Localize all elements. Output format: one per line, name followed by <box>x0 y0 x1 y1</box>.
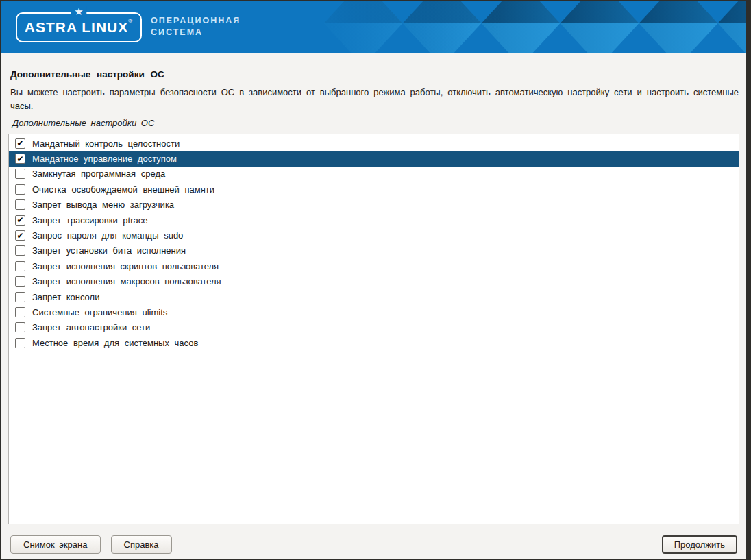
checkbox-unchecked-icon[interactable] <box>15 199 25 210</box>
list-item[interactable]: ✔Мандатный контроль целостности <box>9 136 739 151</box>
checkbox-checked-icon[interactable]: ✔ <box>15 215 25 226</box>
list-item[interactable]: Запрет консоли <box>9 289 739 304</box>
list-item-label: Замкнутая программная среда <box>32 169 165 179</box>
list-item-label: Запрет автонастройки сети <box>32 322 150 332</box>
list-item-label: Очистка освобождаемой внешней памяти <box>32 184 214 195</box>
list-item[interactable]: Запрет исполнения макросов пользователя <box>9 274 739 289</box>
list-item[interactable]: Запрет исполнения скриптов пользователя <box>9 258 739 273</box>
checkbox-unchecked-icon[interactable] <box>15 169 25 179</box>
list-item-label: Мандатный контроль целостности <box>32 138 180 149</box>
list-item[interactable]: Запрет автонастройки сети <box>9 320 739 335</box>
list-item-label: Запрет консоли <box>32 292 99 302</box>
header-banner: ★ ASTRA LINUX® ОПЕРАЦИОННАЯ СИСТЕМА <box>1 1 746 53</box>
checkbox-unchecked-icon[interactable] <box>15 322 25 332</box>
list-item-label: Запрос пароля для команды sudo <box>32 230 183 241</box>
checkbox-unchecked-icon[interactable] <box>15 184 25 195</box>
list-item-label: Мандатное управление доступом <box>32 154 177 164</box>
list-item[interactable]: ✔Запрет трассировки ptrace <box>9 212 739 228</box>
list-item[interactable]: ✔Мандатное управление доступом <box>9 151 739 166</box>
page-description: Вы можете настроить параметры безопаснос… <box>10 86 739 113</box>
checkbox-unchecked-icon[interactable] <box>15 245 25 256</box>
checkbox-checked-icon[interactable]: ✔ <box>15 138 25 149</box>
list-item-label: Местное время для системных часов <box>32 338 198 348</box>
checkbox-checked-icon[interactable]: ✔ <box>15 154 25 164</box>
brand-subtitle: ОПЕРАЦИОННАЯ СИСТЕМА <box>151 15 241 38</box>
checkbox-checked-icon[interactable]: ✔ <box>15 230 25 241</box>
help-button[interactable]: Справка <box>111 535 172 554</box>
checkbox-unchecked-icon[interactable] <box>15 307 25 317</box>
checkbox-unchecked-icon[interactable] <box>15 292 25 302</box>
page-title: Дополнительные настройки ОС <box>10 69 737 80</box>
checkbox-unchecked-icon[interactable] <box>15 261 25 271</box>
astra-linux-logo: ★ ASTRA LINUX® <box>16 12 142 42</box>
star-icon: ★ <box>71 6 86 17</box>
list-item[interactable]: Запрет вывода меню загрузчика <box>9 197 739 212</box>
list-item-label: Запрет вывода меню загрузчика <box>32 199 174 210</box>
list-item[interactable]: Запрет установки бита исполнения <box>9 243 739 258</box>
list-item-label: Запрет исполнения скриптов пользователя <box>32 261 219 271</box>
checkbox-unchecked-icon[interactable] <box>15 338 25 348</box>
list-item-label: Запрет исполнения макросов пользователя <box>32 276 221 287</box>
settings-list[interactable]: ✔Мандатный контроль целостности✔Мандатно… <box>8 134 739 524</box>
footer-bar: Снимок экрана Справка Продолжить <box>1 535 746 554</box>
logo-text: ASTRA LINUX® <box>25 19 133 36</box>
list-item-label: Системные ограничения ulimits <box>32 307 167 317</box>
list-item[interactable]: Замкнутая программная среда <box>9 167 739 182</box>
header-geometric-pattern <box>301 1 746 53</box>
list-item[interactable]: Местное время для системных часов <box>9 335 739 350</box>
list-item[interactable]: ✔Запрос пароля для команды sudo <box>9 228 739 243</box>
installer-window: ★ ASTRA LINUX® ОПЕРАЦИОННАЯ СИСТЕМА Допо… <box>1 1 746 559</box>
settings-group-label: Дополнительные настройки ОС <box>12 118 746 128</box>
continue-button[interactable]: Продолжить <box>662 535 737 554</box>
list-item[interactable]: Очистка освобождаемой внешней памяти <box>9 182 739 197</box>
list-item[interactable]: Системные ограничения ulimits <box>9 304 739 319</box>
screenshot-button[interactable]: Снимок экрана <box>10 535 101 554</box>
list-item-label: Запрет установки бита исполнения <box>32 245 186 256</box>
checkbox-unchecked-icon[interactable] <box>15 276 25 287</box>
list-item-label: Запрет трассировки ptrace <box>32 215 147 226</box>
registered-mark: ® <box>128 18 133 24</box>
window-frame: ★ ASTRA LINUX® ОПЕРАЦИОННАЯ СИСТЕМА Допо… <box>0 0 751 560</box>
